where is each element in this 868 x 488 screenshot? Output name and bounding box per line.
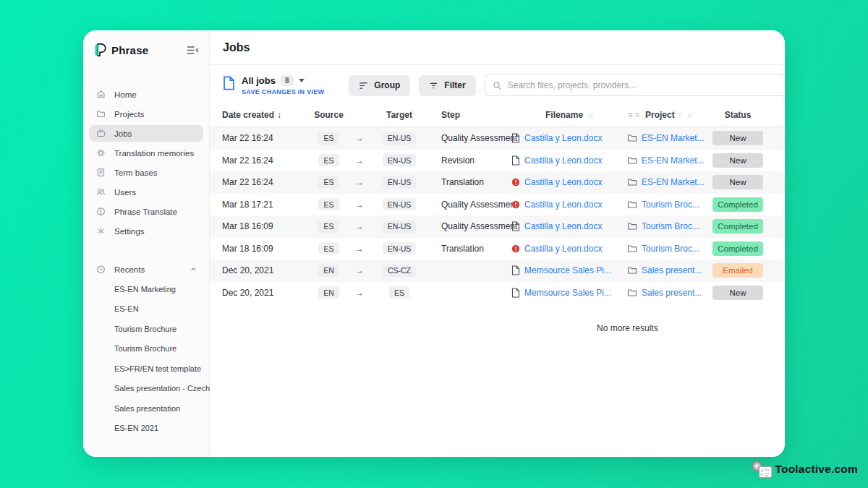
filename-link[interactable]: Castilla y Leon.docx [524,221,602,231]
sidebar-item-label: Phrase Translate [114,207,177,216]
filename-link[interactable]: Castilla y Leon.docx [524,244,602,254]
watermark: Toolactive.com [749,459,859,479]
save-changes-link[interactable]: SAVE CHANGES IN VIEW [242,88,324,95]
table-row[interactable]: Mar 18 17:21ES→EN-USQuality AssessmentCa… [210,194,785,216]
recent-project-item[interactable]: Tourism Brochure [83,319,209,339]
recents-list: ES-EN MarketingES-ENTourism BrochureTour… [83,279,209,438]
watermark-text: Toolactive.com [775,463,859,476]
arrow-right-icon: → [355,244,364,254]
sort-desc-icon: ↓ [277,110,281,120]
job-step: Quality Assessment [428,221,511,231]
filename-link[interactable]: Memsource Sales Pi... [524,288,611,298]
sidebar-item-jobs[interactable]: Jobs [89,125,203,142]
jobs-table-body: Mar 22 16:24ES→EN-USQuality AssessmentCa… [210,127,785,304]
project-link[interactable]: ES-EN Market... [642,133,705,143]
sidebar-item-phrase-translate[interactable]: Phrase Translate [83,202,209,221]
source-language-chip: ES [318,198,339,210]
phrase-logo-icon [94,43,107,57]
error-icon [511,177,520,187]
column-resize-handle[interactable]: // [588,113,594,118]
toolbar: All jobs 8 SAVE CHANGES IN VIEW Group [210,65,785,103]
chevron-up-icon[interactable] [190,265,197,273]
column-header-date-created[interactable]: Date created↓ [222,110,309,120]
group-button[interactable]: Group [349,75,410,96]
recent-project-item[interactable]: ES-EN [83,299,209,320]
sidebar-item-label: Projects [114,110,145,119]
users-icon [96,187,106,197]
table-row[interactable]: Dec 20, 2021EN→ESMemsource Sales Pi...Sa… [210,282,785,304]
sidebar-item-term-bases[interactable]: Term bases [83,163,209,182]
recents-header[interactable]: Recents [83,260,209,279]
recent-project-item[interactable]: Tourism Brochure [83,339,209,359]
column-header-step[interactable]: Step [428,110,511,120]
recent-project-item[interactable]: ES-EN 2021 [83,419,209,439]
sidebar: Phrase HomeProjectsJobsTranslation memor… [83,30,210,457]
arrow-right-icon: → [355,133,364,143]
jobs-count-badge: 8 [281,75,294,86]
view-name[interactable]: All jobs [242,75,276,86]
recent-project-item[interactable]: ES>FR/EN test template [83,359,209,379]
table-row[interactable]: Mar 18 16:09ES→EN-USTranslationCastilla … [210,238,785,260]
job-step: Translation [428,244,511,254]
folder-icon [627,266,637,275]
job-date: Dec 20, 2021 [222,288,309,298]
sidebar-item-home[interactable]: Home [83,85,209,104]
project-link[interactable]: Tourism Broc... [642,200,699,210]
filename-link[interactable]: Castilla y Leon.docx [524,177,602,187]
column-header-status[interactable]: Status [710,110,785,120]
project-link[interactable]: Tourism Broc... [642,244,699,254]
status-badge: New [712,286,763,300]
folder-icon [96,109,106,119]
folder-icon [627,178,637,187]
column-header-target[interactable]: Target [370,110,428,120]
column-resize-handle[interactable]: // [687,113,693,118]
search-input[interactable] [508,80,778,90]
status-badge: Completed [712,219,763,234]
filename-link[interactable]: Castilla y Leon.docx [524,200,602,210]
view-selector[interactable]: All jobs 8 SAVE CHANGES IN VIEW [223,75,324,95]
sidebar-item-label: Jobs [114,129,132,138]
recent-project-item[interactable]: ES-EN Marketing [83,279,209,299]
filename-link[interactable]: Castilla y Leon.docx [524,133,602,143]
target-language-chip: CS-CZ [383,265,416,277]
home-icon [96,90,106,99]
sidebar-item-users[interactable]: Users [83,182,209,202]
table-row[interactable]: Mar 22 16:24ES→EN-USTranslationCastilla … [210,171,785,194]
project-link[interactable]: ES-EN Market... [642,155,705,166]
column-header-filename[interactable]: Filename// [511,110,627,120]
source-language-chip: ES [318,176,339,189]
error-icon [511,200,520,210]
table-row[interactable]: Mar 22 16:24ES→EN-USRevisionCastilla y L… [210,150,785,172]
caret-down-icon[interactable] [299,79,305,82]
memory-icon [96,148,106,158]
search-box[interactable] [485,74,785,96]
sidebar-item-settings[interactable]: Settings [83,221,209,241]
filename-link[interactable]: Memsource Sales Pi... [524,265,611,275]
project-link[interactable]: Sales present... [642,265,702,275]
status-badge: New [712,175,763,189]
job-step: Revision [428,155,511,166]
project-link[interactable]: Sales present... [642,288,702,298]
target-language-chip: EN-US [383,154,417,166]
recent-project-item[interactable]: Sales presentation - Czech [83,379,209,399]
sidebar-item-translation-memories[interactable]: Translation memories [83,143,209,163]
column-header-project[interactable]: Project ↑ // [627,110,710,120]
recent-project-item[interactable]: Sales presentation [83,398,209,419]
collapse-sidebar-icon[interactable] [187,46,199,55]
project-link[interactable]: Tourism Broc... [642,221,699,231]
table-row[interactable]: Dec 20, 2021EN→CS-CZMemsource Sales Pi..… [210,260,785,282]
group-button-label: Group [374,80,400,90]
column-header-source[interactable]: Source [309,110,349,120]
job-step: Quality Assessment [428,133,511,143]
project-link[interactable]: ES-EN Market... [642,177,705,187]
filter-button[interactable]: Filter [419,75,475,96]
filename-link[interactable]: Castilla y Leon.docx [524,155,602,166]
source-language-chip: ES [318,221,339,233]
sidebar-item-projects[interactable]: Projects [83,104,209,124]
sidebar-nav: HomeProjectsJobsTranslation memoriesTerm… [83,85,209,241]
table-row[interactable]: Mar 18 16:09ES→EN-USQuality AssessmentCa… [210,215,785,238]
gear-checklist-icon [749,459,774,479]
table-row[interactable]: Mar 22 16:24ES→EN-USQuality AssessmentCa… [210,127,785,150]
job-date: Mar 18 16:09 [222,221,309,231]
target-language-chip: ES [389,286,409,299]
